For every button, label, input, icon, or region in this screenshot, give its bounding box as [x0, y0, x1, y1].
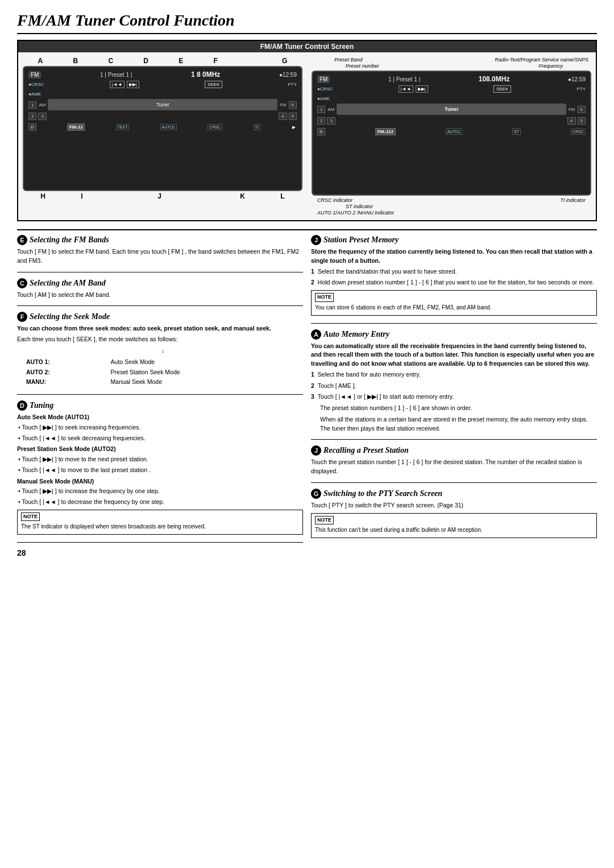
d-btn-r[interactable]: D [317, 128, 325, 135]
preset-4-left[interactable]: 4 [279, 113, 287, 120]
a-step-3-note2: When all the stations in a certain band … [320, 415, 597, 433]
page-title: FM/AM Tuner Control Function [17, 11, 597, 34]
col-left: E Selecting the FM Bands Touch [ FM ] to… [17, 235, 303, 557]
preset-5-right[interactable]: 5 [578, 117, 586, 125]
seek-btn-right[interactable]: SEEK [493, 85, 511, 93]
freq-display-r: 108.0MHz [479, 75, 510, 83]
preset-1-left[interactable]: 1 [28, 101, 36, 109]
preset-4-right[interactable]: 4 [567, 117, 575, 125]
screen-content: A B C D E F x G FM 1 | Preset 1 | 1 8 0M… [18, 52, 596, 220]
label-I: I [81, 192, 82, 200]
preset-1-right[interactable]: 1 [317, 106, 325, 113]
section-J-recall-title: Recalling a Preset Station [323, 446, 409, 455]
step-2-text: Hold down preset station number [ 1 ] - … [318, 278, 594, 287]
ann-crsc: CRSC indicator [317, 197, 352, 203]
crsc-btn-left[interactable]: CRSC [208, 124, 222, 130]
auto1-val: Auto Seek Mode [107, 357, 303, 367]
seek-table: AUTO 1: Auto Seek Mode AUTO 2: Preset St… [23, 357, 303, 387]
auto1-btn-right[interactable]: AUTO1 [446, 129, 462, 135]
a-step-2: 2 Touch [ AME ]. [311, 382, 597, 391]
seek-btn-left[interactable]: SEEK [205, 81, 222, 88]
auto-annotation: AUTO 1/AUTO 2 /MANU indicator [312, 209, 591, 216]
top-letter-labels: A B C D E F x G [23, 57, 302, 65]
section-J-recall-body: Touch the preset station number [ 1 ] - … [311, 458, 597, 476]
section-G-body: Touch [ PTY ] to switch the PTY search s… [311, 501, 597, 538]
preset-6-left[interactable]: 6 [289, 101, 297, 109]
preset-display-r: 1 | Preset 1 | [388, 76, 420, 82]
label-C: C [108, 57, 113, 65]
page-number: 28 [17, 548, 303, 557]
section-C-title: Selecting the AM Band [30, 279, 106, 288]
label-circle-J2: J [311, 445, 321, 456]
a-step-1: 1 Select the band for auto memory entry. [311, 370, 597, 379]
ann-radio-text: Radio-Text/Program Service name/SNPS [495, 57, 588, 63]
crsc-right: ●CRSC [317, 86, 333, 92]
label-circle-D: D [17, 400, 27, 411]
section-J-recall-text: Touch the preset station number [ 1 ] - … [311, 458, 597, 476]
st-btn[interactable]: ST [512, 129, 521, 135]
fm-jj-btn-r[interactable]: FM-JJJ [375, 128, 396, 135]
fm-jj-btn[interactable]: FM-JJ [67, 123, 85, 131]
crsc-btn-right[interactable]: CRSC [571, 129, 586, 135]
preset-5-left[interactable]: 5 [289, 113, 297, 120]
label-F: F [213, 57, 217, 65]
j-station-step-2: 2 Hold down preset station number [ 1 ] … [311, 278, 597, 287]
label-D: D [143, 57, 148, 65]
manu-val: Manual Seek Mode [107, 377, 303, 387]
ti-btn-left[interactable]: TI [254, 124, 260, 130]
preset-title: Preset Station Seek Mode (AUTO2) [17, 445, 303, 454]
text-btn[interactable]: TEXT [116, 124, 130, 130]
spacer-l [48, 113, 277, 120]
clock-display: ●12:59 [279, 72, 297, 78]
tuner-display-left: FM 1 | Preset 1 | 1 8 0MHz ●12:59 ●CRSC … [23, 66, 302, 191]
manual-title: Manual Seek Mode (MANU) [17, 477, 303, 486]
prev-btn-left[interactable]: |◄◄ [110, 81, 125, 88]
section-J-station: J Station Preset Memory Store the freque… [311, 235, 597, 324]
am-btn[interactable]: AM [39, 102, 45, 108]
screen-section: FM/AM Tuner Control Screen A B C D E F x… [17, 40, 597, 221]
section-J-station-bold: Store the frequency of the station curre… [311, 247, 597, 266]
preset-2-right[interactable]: 2 [317, 117, 325, 125]
prev-btn-right[interactable]: |◄◄ [399, 85, 413, 93]
preset-1: • Touch [ ▶▶| ] to move to the next pres… [17, 455, 303, 464]
band-display-r: FM [317, 76, 330, 83]
am-btn-r[interactable]: AM [327, 107, 334, 112]
label-circle-E: E [17, 235, 27, 245]
d-btn[interactable]: D [28, 123, 36, 131]
preset-3-left[interactable]: 3 [38, 113, 46, 120]
a-step-1-text: Select the band for auto memory entry. [318, 370, 421, 379]
next-btn-right[interactable]: ▶▶| [416, 85, 428, 93]
auto-seek-1: • Touch [ ▶▶| ] to seek increasing frequ… [17, 423, 303, 432]
preset-2-left[interactable]: 2 [28, 113, 36, 120]
ame-left: ●AME [28, 92, 41, 97]
auto1-btn-left[interactable]: AUTO1 [160, 124, 177, 130]
auto1-key: AUTO 1: [23, 357, 107, 367]
section-C-body: Touch [ AM ] to select the AM band. [17, 291, 303, 300]
preset-6-right[interactable]: 6 [578, 106, 586, 113]
band-display: FM [28, 71, 41, 78]
fm-btn-r[interactable]: FM [569, 107, 575, 112]
section-E-title: Selecting the FM Bands [30, 235, 109, 245]
next-btn-left[interactable]: ▶▶| [127, 81, 139, 88]
label-circle-C: C [17, 278, 27, 288]
ann-ti: TI indicator [560, 197, 586, 203]
fm-btn[interactable]: FM [280, 102, 287, 108]
section-F-title: Selecting the Seek Mode [30, 312, 110, 321]
section-A: A Auto Memory Entry You can automaticall… [311, 329, 597, 440]
bottom-annotations: CRSC indicator TI indicator [312, 196, 591, 203]
section-D: D Tuning Auto Seek Mode (AUTO1) • Touch … [17, 400, 303, 543]
section-G-header: G Switching to the PTY Search Screen [311, 489, 597, 499]
label-J: J [157, 192, 161, 200]
j-station-step-1: 1 Select the band/station that you want … [311, 267, 597, 276]
preset-3-right[interactable]: 3 [327, 117, 335, 125]
note-label-J1: NOTE [315, 293, 334, 302]
manual-1: • Touch [ ▶▶| ] to increase the frequenc… [17, 487, 303, 496]
spacer-r [337, 117, 566, 125]
label-circle-G: G [311, 489, 321, 499]
ann-preset-band: Preset Band [334, 57, 363, 63]
a-step-3-text: Touch [ |◄◄ ] or [ ▶▶| ] to start auto m… [318, 392, 454, 402]
main-divider [17, 229, 597, 230]
preset-display: 1 | Preset 1 | [100, 72, 132, 78]
label-circle-F: F [17, 312, 27, 322]
section-D-body: Auto Seek Mode (AUTO1) • Touch [ ▶▶| ] t… [17, 413, 303, 535]
